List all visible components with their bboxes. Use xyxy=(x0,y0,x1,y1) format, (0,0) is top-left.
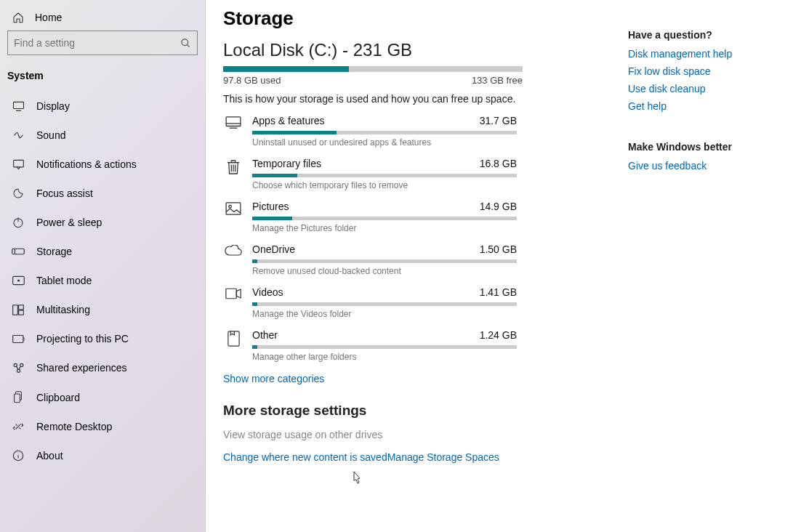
category-label: Pictures xyxy=(252,201,289,212)
more-storage-heading: More storage settings xyxy=(223,403,618,419)
nav-icon xyxy=(12,217,25,228)
category-apps-features[interactable]: Apps & features31.7 GBUninstall unused o… xyxy=(223,115,618,148)
svg-rect-31 xyxy=(226,289,236,299)
search-input[interactable] xyxy=(14,37,180,49)
svg-rect-11 xyxy=(13,305,18,314)
category-label: OneDrive xyxy=(252,243,295,255)
category-bar xyxy=(252,259,517,263)
category-label: Apps & features xyxy=(252,115,325,126)
nav-label: Clipboard xyxy=(36,392,80,403)
sidebar-item-display[interactable]: Display xyxy=(0,92,205,121)
category-desc: Choose which temporary files to remove xyxy=(252,180,517,190)
nav-icon xyxy=(12,101,25,111)
svg-line-1 xyxy=(187,44,189,47)
category-temporary-files[interactable]: Temporary files16.8 GBChoose which tempo… xyxy=(223,158,618,190)
category-label: Other xyxy=(252,329,278,341)
category-size: 31.7 GB xyxy=(480,115,517,126)
nav-label: Focus assist xyxy=(36,188,93,199)
sidebar-item-storage[interactable]: Storage xyxy=(0,237,205,266)
nav-icon xyxy=(12,362,25,374)
sidebar-item-sound[interactable]: Sound xyxy=(0,121,205,150)
settings-sidebar: Home System DisplaySoundNotifications & … xyxy=(0,0,206,532)
sidebar-item-remote-desktop[interactable]: Remote Desktop xyxy=(0,412,205,441)
nav-label: About xyxy=(36,450,63,462)
storage-body-text: This is how your storage is used and how… xyxy=(223,93,618,105)
make-better-heading: Make Windows better xyxy=(628,141,770,153)
category-bar xyxy=(252,302,517,306)
sidebar-item-focus-assist[interactable]: Focus assist xyxy=(0,179,205,208)
category-pictures[interactable]: Pictures14.9 GBManage the Pictures folde… xyxy=(223,201,618,233)
nav-label: Tablet mode xyxy=(36,275,92,286)
nav-label: Notifications & actions xyxy=(36,158,137,170)
section-system: System xyxy=(0,67,205,92)
category-bar xyxy=(252,174,517,177)
svg-rect-4 xyxy=(13,160,23,167)
sidebar-item-multitasking[interactable]: Multitasking xyxy=(0,295,205,324)
disk-free-label: 133 GB free xyxy=(472,75,523,86)
category-size: 1.41 GB xyxy=(480,286,517,298)
help-link-disk-management-help[interactable]: Disk management help xyxy=(628,48,770,60)
svg-rect-7 xyxy=(12,249,25,254)
nav-label: Power & sleep xyxy=(36,217,102,228)
category-icon xyxy=(223,329,243,347)
nav-icon xyxy=(12,421,25,432)
category-bar xyxy=(252,217,517,220)
category-desc: Manage the Pictures folder xyxy=(252,223,517,233)
category-desc: Uninstall unused or undesired apps & fea… xyxy=(252,137,517,148)
category-icon xyxy=(223,201,243,215)
svg-point-30 xyxy=(229,206,232,209)
feedback-link[interactable]: Give us feedback xyxy=(628,160,770,172)
more-change-where-new-content-is-saved[interactable]: Change where new content is saved xyxy=(223,451,387,463)
search-box[interactable] xyxy=(7,31,198,55)
category-videos[interactable]: Videos1.41 GBManage the Videos folder xyxy=(223,286,618,319)
category-icon xyxy=(223,243,243,257)
category-size: 1.24 GB xyxy=(480,329,517,341)
help-link-use-disk-cleanup[interactable]: Use disk cleanup xyxy=(628,83,770,94)
nav-label: Multitasking xyxy=(36,304,90,315)
nav-icon xyxy=(12,188,25,199)
nav-icon xyxy=(12,248,25,255)
sidebar-item-tablet-mode[interactable]: Tablet mode xyxy=(0,266,205,295)
sidebar-item-shared-experiences[interactable]: Shared experiences xyxy=(0,353,205,382)
nav-label: Storage xyxy=(36,246,72,257)
category-other[interactable]: Other1.24 GBManage other large folders xyxy=(223,329,618,362)
more-manage-storage-spaces[interactable]: Manage Storage Spaces xyxy=(387,451,499,463)
svg-rect-23 xyxy=(226,117,241,126)
category-size: 1.50 GB xyxy=(480,243,517,255)
category-label: Videos xyxy=(252,286,283,298)
page-title: Storage xyxy=(223,7,618,30)
sidebar-item-notifications-actions[interactable]: Notifications & actions xyxy=(0,150,205,179)
svg-rect-2 xyxy=(13,102,23,108)
svg-rect-12 xyxy=(19,305,24,309)
help-link-fix-low-disk-space[interactable]: Fix low disk space xyxy=(628,65,770,77)
category-icon xyxy=(223,115,243,129)
sidebar-item-about[interactable]: About xyxy=(0,441,205,470)
home-label: Home xyxy=(35,12,62,23)
svg-rect-32 xyxy=(228,331,238,346)
disk-title: Local Disk (C:) - 231 GB xyxy=(223,40,618,60)
svg-rect-19 xyxy=(14,394,20,403)
category-size: 16.8 GB xyxy=(480,158,517,169)
help-link-get-help[interactable]: Get help xyxy=(628,100,770,112)
nav-label: Remote Desktop xyxy=(36,421,112,432)
disk-used-label: 97.8 GB used xyxy=(223,75,281,86)
category-desc: Manage the Videos folder xyxy=(252,309,517,319)
sidebar-item-power-sleep[interactable]: Power & sleep xyxy=(0,208,205,237)
more-view-storage-usage-on-other-drives[interactable]: View storage usage on other drives xyxy=(223,429,618,440)
nav-icon xyxy=(12,450,25,462)
nav-icon xyxy=(12,275,25,286)
show-more-categories-link[interactable]: Show more categories xyxy=(223,373,324,384)
category-desc: Manage other large folders xyxy=(252,352,517,362)
category-bar xyxy=(252,345,517,349)
sidebar-item-clipboard[interactable]: Clipboard xyxy=(0,382,205,412)
category-size: 14.9 GB xyxy=(480,201,517,212)
home-nav[interactable]: Home xyxy=(0,7,205,31)
search-icon xyxy=(180,38,191,49)
have-question-heading: Have a question? xyxy=(628,29,770,41)
sidebar-item-projecting-to-this-pc[interactable]: Projecting to this PC xyxy=(0,324,205,353)
nav-label: Projecting to this PC xyxy=(36,333,129,344)
nav-label: Display xyxy=(36,100,70,112)
nav-icon xyxy=(12,391,25,403)
nav-label: Shared experiences xyxy=(36,362,127,374)
category-onedrive[interactable]: OneDrive1.50 GBRemove unused cloud-backe… xyxy=(223,243,618,276)
